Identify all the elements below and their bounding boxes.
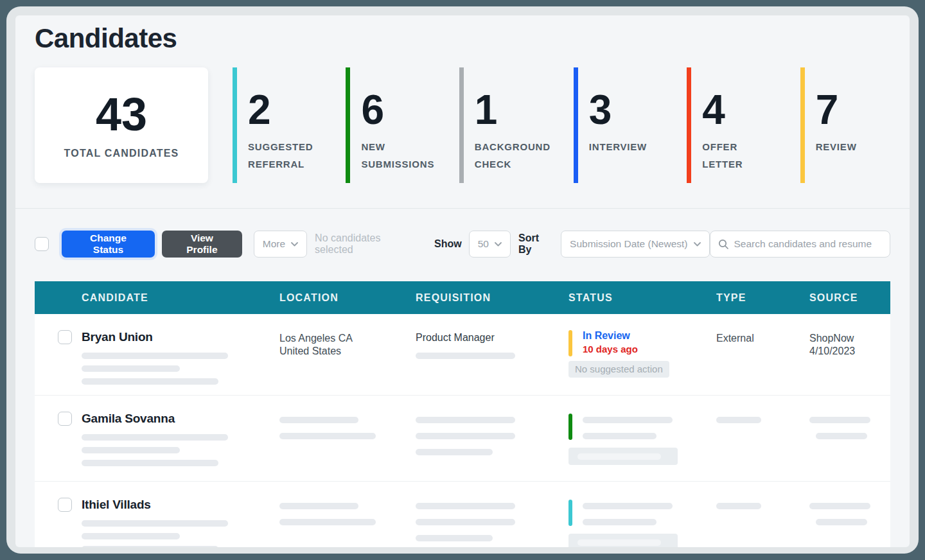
stat-label: SUGGESTED REFERRAL — [248, 138, 322, 173]
chevron-down-icon — [495, 242, 502, 247]
column-header-candidate[interactable]: CANDIDATE — [82, 292, 279, 304]
skeleton-bar — [816, 519, 867, 525]
skeleton-bar — [816, 433, 867, 439]
stat-value: 7 — [816, 89, 890, 130]
row-checkbox[interactable] — [58, 498, 72, 512]
type-cell: External — [716, 330, 809, 395]
skeleton-bar — [82, 353, 228, 359]
skeleton-bar — [82, 546, 218, 547]
skeleton-bar — [82, 520, 228, 527]
page-size-dropdown[interactable]: 50 — [469, 231, 511, 258]
skeleton-bar — [82, 378, 218, 385]
stat-offer-letter: 4 OFFER LETTER — [687, 67, 777, 183]
stat-value: 6 — [361, 89, 436, 130]
status-label: In Review — [583, 330, 638, 342]
source-cell — [809, 498, 890, 547]
show-label: Show — [434, 238, 462, 250]
app-window: Candidates 43 TOTAL CANDIDATES 2 SUGGEST… — [6, 6, 919, 554]
table-header: CANDIDATE LOCATION REQUISITION STATUS TY… — [35, 281, 890, 314]
page-size-value: 50 — [478, 238, 489, 250]
more-dropdown-label: More — [263, 238, 285, 250]
skeleton-bar — [82, 460, 218, 466]
table-row[interactable]: Ithiel Villads — [35, 482, 890, 547]
candidates-table: CANDIDATE LOCATION REQUISITION STATUS TY… — [35, 281, 890, 547]
column-header-requisition[interactable]: REQUISITION — [416, 292, 568, 304]
candidate-name[interactable]: Ithiel Villads — [82, 498, 279, 512]
status-time: 10 days ago — [583, 344, 638, 354]
table-row[interactable]: Bryan Union Los Angeles CA United States… — [35, 314, 890, 396]
skeleton-bar — [583, 417, 673, 423]
search-icon — [718, 239, 729, 250]
candidate-cell: Bryan Union — [82, 330, 279, 395]
skeleton-bar — [583, 433, 656, 439]
status-cell: In Review 10 days ago No suggested actio… — [568, 330, 716, 395]
stat-new-submissions: 6 NEW SUBMISSIONS — [346, 67, 436, 183]
requisition-cell — [416, 498, 568, 547]
stat-interview: 3 INTERVIEW — [574, 67, 664, 183]
location-cell — [279, 412, 416, 481]
stat-label: OFFER LETTER — [702, 138, 777, 173]
skeleton-bar — [82, 533, 180, 539]
more-dropdown[interactable]: More — [254, 231, 307, 258]
suggested-action-pill: No suggested action — [568, 361, 669, 378]
skeleton-bar — [416, 519, 515, 525]
stat-value: 1 — [475, 89, 551, 130]
search-box[interactable] — [710, 231, 890, 258]
status-color-bar — [568, 330, 572, 356]
stat-label: INTERVIEW — [589, 138, 664, 155]
column-header-type[interactable]: TYPE — [716, 292, 809, 304]
skeleton-bar — [82, 365, 180, 372]
view-profile-button[interactable]: View Profile — [162, 231, 242, 258]
skeleton-bar — [416, 503, 515, 509]
select-all-checkbox[interactable] — [35, 237, 49, 251]
stat-background-check: 1 BACKGROUND CHECK — [459, 67, 551, 183]
requisition-cell: Product Manager — [416, 330, 568, 395]
stat-value: 2 — [248, 89, 322, 130]
table-row[interactable]: Gamila Sovanna — [35, 396, 890, 482]
skeleton-bar — [809, 503, 870, 509]
sort-by-label: Sort By — [518, 232, 554, 256]
skeleton-bar — [416, 449, 493, 455]
status-color-bar — [568, 500, 572, 526]
row-checkbox[interactable] — [58, 330, 72, 344]
selection-hint: No candidates selected — [315, 232, 418, 256]
skeleton-bar — [716, 417, 761, 423]
status-cell — [568, 498, 716, 547]
column-header-status[interactable]: STATUS — [568, 292, 716, 304]
requisition-cell — [416, 412, 568, 481]
page-title: Candidates — [35, 23, 910, 54]
suggested-action-skeleton — [568, 534, 678, 547]
section-divider — [15, 208, 910, 209]
candidate-name[interactable]: Bryan Union — [82, 330, 279, 344]
status-color-bar — [568, 414, 572, 440]
skeleton-bar — [82, 434, 228, 441]
stat-label: REVIEW — [816, 138, 890, 155]
skeleton-bar — [279, 503, 358, 509]
column-header-source[interactable]: SOURCE — [809, 292, 890, 304]
column-header-location[interactable]: LOCATION — [279, 292, 416, 304]
toolbar: Change Status View Profile More No candi… — [35, 231, 890, 258]
skeleton-bar — [279, 519, 376, 525]
location-line1: Los Angeles CA — [279, 332, 416, 345]
source-line1: ShopNow — [809, 332, 890, 345]
sort-dropdown[interactable]: Submission Date (Newest) — [561, 231, 709, 258]
stats-summary: 43 TOTAL CANDIDATES 2 SUGGESTED REFERRAL… — [35, 67, 890, 183]
skeleton-bar — [809, 417, 870, 423]
stat-suggested-referral: 2 SUGGESTED REFERRAL — [233, 67, 322, 183]
change-status-button[interactable]: Change Status — [62, 231, 155, 258]
candidate-cell: Ithiel Villads — [82, 498, 279, 547]
type-value: External — [716, 332, 809, 345]
candidate-name[interactable]: Gamila Sovanna — [82, 412, 279, 426]
search-input[interactable] — [734, 238, 882, 250]
source-cell: ShopNow 4/10/2023 — [809, 330, 890, 395]
location-cell — [279, 498, 416, 547]
type-cell — [716, 498, 809, 547]
type-cell — [716, 412, 809, 481]
row-checkbox[interactable] — [58, 412, 72, 426]
stat-value: 43 — [96, 91, 147, 137]
skeleton-bar — [716, 503, 761, 509]
stat-value: 4 — [702, 89, 777, 130]
location-cell: Los Angeles CA United States — [279, 330, 416, 395]
skeleton-bar — [416, 433, 515, 439]
skeleton-bar — [416, 417, 515, 423]
